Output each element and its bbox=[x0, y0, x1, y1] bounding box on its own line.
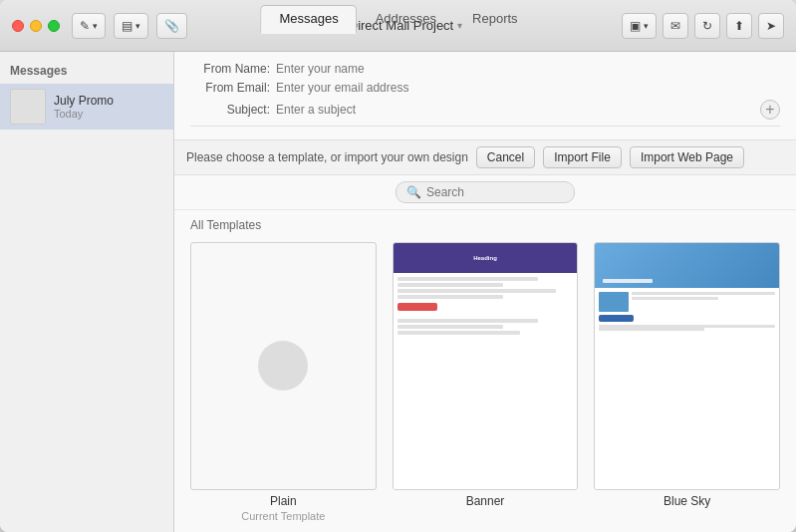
tabs: Messages Addresses Reports bbox=[260, 5, 535, 33]
tab-reports[interactable]: Reports bbox=[454, 6, 536, 33]
minimize-button[interactable] bbox=[30, 20, 42, 32]
from-email-row: From Email: bbox=[190, 81, 780, 95]
all-templates-label: All Templates bbox=[190, 218, 780, 232]
from-name-label: From Name: bbox=[190, 62, 270, 76]
subject-label: Subject: bbox=[190, 103, 270, 117]
subject-row: Subject: + bbox=[190, 100, 780, 127]
mail-button[interactable]: ✉ bbox=[663, 13, 688, 39]
message-info: July Promo Today bbox=[54, 94, 114, 120]
import-file-button[interactable]: Import File bbox=[543, 146, 622, 168]
from-email-label: From Email: bbox=[190, 81, 270, 95]
template-chooser-bar: Please choose a template, or import your… bbox=[174, 140, 796, 175]
attach-button[interactable]: 📎 bbox=[156, 13, 187, 39]
template-preview-bluesky bbox=[594, 242, 780, 490]
message-thumbnail bbox=[10, 89, 46, 125]
templates-grid: Plain Current Template Heading bbox=[190, 242, 780, 532]
export-icon: ⬆ bbox=[734, 19, 744, 33]
search-row: 🔍 bbox=[174, 175, 796, 210]
subject-input[interactable] bbox=[276, 103, 752, 117]
message-name: July Promo bbox=[54, 94, 114, 108]
from-name-input[interactable] bbox=[276, 62, 780, 76]
message-date: Today bbox=[54, 108, 114, 120]
compose-chevron: ▾ bbox=[93, 21, 98, 31]
template-preview-banner: Heading bbox=[393, 242, 579, 490]
view-type-chevron: ▾ bbox=[644, 21, 649, 31]
view-button[interactable]: ▤ ▾ bbox=[114, 13, 148, 39]
send-icon: ➤ bbox=[766, 19, 776, 33]
view-icon: ▤ bbox=[122, 19, 133, 33]
sidebar-header: Messages bbox=[0, 60, 173, 84]
toolbar-left: ✎ ▾ ▤ ▾ 📎 bbox=[72, 13, 187, 39]
close-button[interactable] bbox=[12, 20, 24, 32]
template-name-banner: Banner bbox=[466, 494, 505, 508]
import-web-button[interactable]: Import Web Page bbox=[630, 146, 744, 168]
sidebar: Messages July Promo Today bbox=[0, 52, 174, 532]
template-bar-text: Please choose a template, or import your… bbox=[186, 150, 468, 164]
view-type-icon: ▣ bbox=[630, 19, 641, 33]
template-card-bluesky[interactable]: Blue Sky bbox=[594, 242, 780, 522]
title-area: ✉ Direct Mail Project ▾ Messages Address… bbox=[334, 18, 462, 33]
view-type-button[interactable]: ▣ ▾ bbox=[622, 13, 657, 39]
list-item[interactable]: July Promo Today bbox=[0, 84, 173, 130]
traffic-lights bbox=[12, 20, 60, 32]
titlebar: ✎ ▾ ▤ ▾ 📎 ✉ Direct Mail Project ▾ Messag… bbox=[0, 0, 796, 52]
mail-icon: ✉ bbox=[670, 19, 680, 33]
compose-icon: ✎ bbox=[80, 19, 90, 33]
add-field-button[interactable]: + bbox=[760, 100, 780, 120]
search-input[interactable] bbox=[426, 185, 556, 199]
paperclip-icon: 📎 bbox=[164, 19, 179, 33]
export-button[interactable]: ⬆ bbox=[726, 13, 752, 39]
compose-button[interactable]: ✎ ▾ bbox=[72, 13, 106, 39]
from-name-row: From Name: bbox=[190, 62, 780, 76]
refresh-button[interactable]: ↻ bbox=[694, 13, 720, 39]
template-card-banner[interactable]: Heading bbox=[393, 242, 579, 522]
plain-placeholder bbox=[258, 341, 308, 391]
refresh-icon: ↻ bbox=[702, 19, 712, 33]
tab-messages[interactable]: Messages bbox=[260, 5, 357, 34]
form-area: From Name: From Email: Subject: + bbox=[174, 52, 796, 140]
template-subtitle-plain: Current Template bbox=[241, 510, 325, 522]
search-box: 🔍 bbox=[396, 181, 575, 203]
search-icon: 🔍 bbox=[406, 185, 421, 199]
toolbar-right: ▣ ▾ ✉ ↻ ⬆ ➤ bbox=[622, 13, 784, 39]
content-panel: From Name: From Email: Subject: + Please… bbox=[174, 52, 796, 532]
template-card-plain[interactable]: Plain Current Template bbox=[190, 242, 377, 522]
send-button[interactable]: ➤ bbox=[758, 13, 784, 39]
main-window: ✎ ▾ ▤ ▾ 📎 ✉ Direct Mail Project ▾ Messag… bbox=[0, 0, 796, 532]
tab-addresses[interactable]: Addresses bbox=[358, 6, 454, 33]
template-name-plain: Plain bbox=[270, 494, 297, 508]
templates-scroll[interactable]: All Templates Plain Current Template bbox=[174, 210, 796, 532]
main-content: Messages July Promo Today From Name: Fro… bbox=[0, 52, 796, 532]
template-name-bluesky: Blue Sky bbox=[663, 494, 710, 508]
from-email-input[interactable] bbox=[276, 81, 780, 95]
cancel-button[interactable]: Cancel bbox=[476, 146, 535, 168]
template-preview-plain bbox=[190, 242, 377, 490]
maximize-button[interactable] bbox=[48, 20, 60, 32]
view-chevron: ▾ bbox=[135, 21, 140, 31]
